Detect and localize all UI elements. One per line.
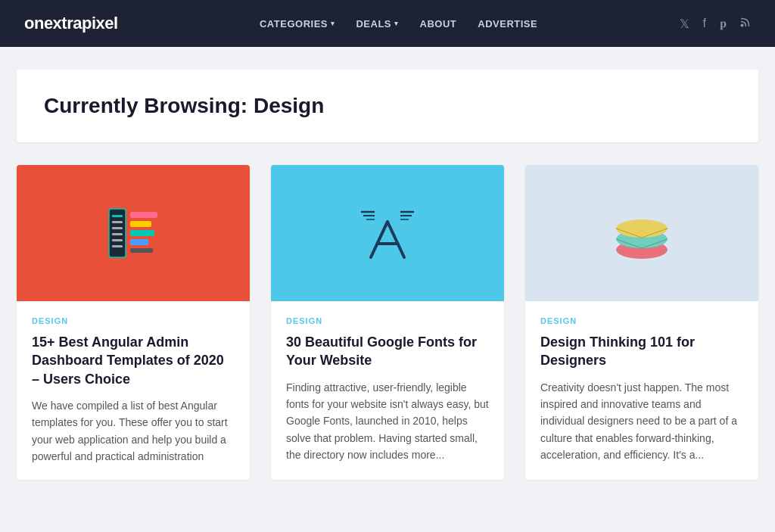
svg-rect-4 <box>130 230 154 236</box>
article-thumbnail[interactable] <box>271 165 504 301</box>
nav-about[interactable]: ABOUT <box>420 18 457 30</box>
article-thumbnail[interactable] <box>17 165 250 301</box>
svg-rect-2 <box>130 212 157 218</box>
nav-categories[interactable]: CATEGORIES ▾ <box>260 18 335 30</box>
svg-rect-12 <box>112 245 123 247</box>
svg-rect-7 <box>112 215 123 217</box>
site-logo[interactable]: onextrapixel <box>24 14 118 33</box>
svg-rect-3 <box>130 221 151 227</box>
article-card: DESIGN Design Thinking 101 for Designers… <box>525 165 758 480</box>
chevron-down-icon: ▾ <box>394 20 399 27</box>
navbar: onextrapixel CATEGORIES ▾ DEALS ▾ ABOUT … <box>0 0 775 47</box>
article-body: DESIGN 15+ Best Angular Admin Dashboard … <box>17 301 250 480</box>
article-title[interactable]: Design Thinking 101 for Designers <box>540 333 743 370</box>
svg-rect-6 <box>130 248 153 253</box>
browsing-header: Currently Browsing: Design <box>17 70 758 142</box>
svg-rect-9 <box>112 227 123 229</box>
nav-advertise[interactable]: ADVERTISE <box>478 18 537 30</box>
svg-point-21 <box>616 219 668 238</box>
nav-menu: CATEGORIES ▾ DEALS ▾ ABOUT ADVERTISE <box>260 18 537 30</box>
article-body: DESIGN Design Thinking 101 for Designers… <box>525 301 758 479</box>
social-icons: 𝕏 f 𝐩 <box>680 17 751 31</box>
article-thumbnail[interactable] <box>525 165 758 301</box>
article-category[interactable]: DESIGN <box>286 316 489 325</box>
article-card: DESIGN 30 Beautiful Google Fonts for You… <box>271 165 504 480</box>
svg-point-0 <box>741 24 744 27</box>
pinterest-icon[interactable]: 𝐩 <box>720 17 727 30</box>
svg-rect-5 <box>130 239 148 245</box>
nav-deals[interactable]: DEALS ▾ <box>356 18 398 30</box>
article-category[interactable]: DESIGN <box>32 316 235 325</box>
article-card: DESIGN 15+ Best Angular Admin Dashboard … <box>17 165 250 480</box>
chevron-down-icon: ▾ <box>331 20 335 27</box>
article-title[interactable]: 15+ Best Angular Admin Dashboard Templat… <box>32 333 235 388</box>
article-title[interactable]: 30 Beautiful Google Fonts for Your Websi… <box>286 333 489 370</box>
article-excerpt: We have compiled a list of best Angular … <box>32 397 235 465</box>
svg-rect-8 <box>112 221 123 223</box>
twitter-icon[interactable]: 𝕏 <box>680 17 689 31</box>
facebook-icon[interactable]: f <box>703 17 706 30</box>
page-wrapper: Currently Browsing: Design <box>2 47 773 502</box>
rss-icon[interactable] <box>740 17 751 30</box>
svg-rect-11 <box>112 239 123 241</box>
articles-grid: DESIGN 15+ Best Angular Admin Dashboard … <box>17 165 758 480</box>
browsing-title: Currently Browsing: Design <box>44 94 731 118</box>
svg-rect-10 <box>112 233 123 235</box>
article-category[interactable]: DESIGN <box>540 316 743 325</box>
article-excerpt: Creativity doesn't just happen. The most… <box>540 379 743 464</box>
article-excerpt: Finding attractive, user-friendly, legib… <box>286 379 489 464</box>
article-body: DESIGN 30 Beautiful Google Fonts for You… <box>271 301 504 479</box>
